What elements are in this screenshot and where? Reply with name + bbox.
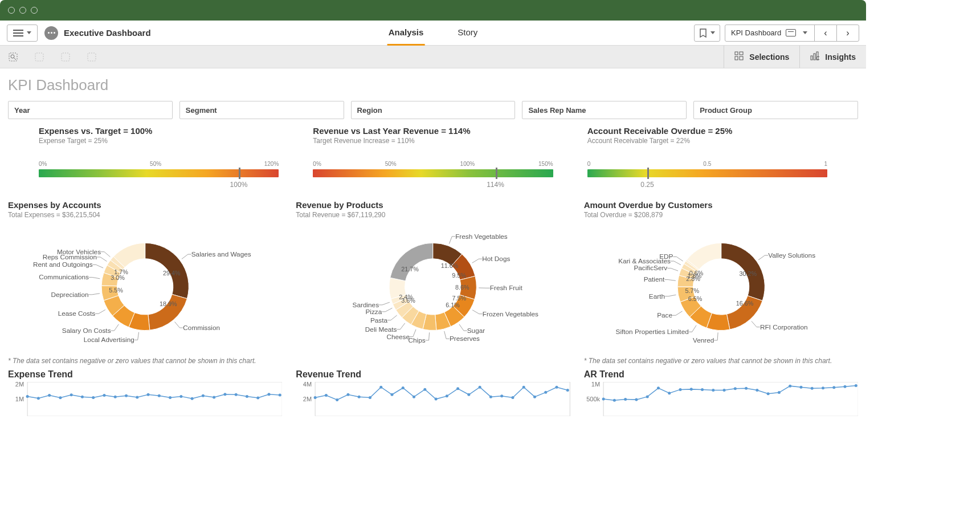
- insights-button[interactable]: Insights: [799, 46, 866, 68]
- tab-analysis[interactable]: Analysis: [387, 21, 425, 46]
- kpi-gauge[interactable]: Revenue vs Last Year Revenue = 114%Targe…: [313, 126, 553, 189]
- label-leader: [688, 325, 696, 332]
- slice-pct: 6.5%: [688, 295, 702, 302]
- filter-product-group[interactable]: Product Group: [693, 101, 858, 119]
- label-leader: [672, 311, 683, 315]
- slice-label: Salary On Costs: [62, 327, 111, 334]
- svg-point-88: [789, 385, 791, 388]
- svg-point-23: [92, 396, 95, 399]
- donut-slice[interactable]: [148, 294, 187, 330]
- app-icon: [44, 26, 58, 40]
- svg-point-46: [336, 398, 338, 401]
- svg-point-57: [456, 387, 459, 390]
- next-sheet-button[interactable]: ›: [836, 25, 859, 42]
- svg-point-85: [756, 389, 758, 392]
- svg-point-52: [402, 386, 405, 389]
- donut-panel[interactable]: Amount Overdue by CustomersTotal Overdue…: [584, 200, 858, 365]
- prev-sheet-button[interactable]: ‹: [814, 25, 837, 42]
- svg-point-63: [522, 386, 525, 389]
- kpi-scale: 0%50%100%150%: [313, 161, 553, 167]
- svg-point-64: [533, 396, 536, 398]
- slice-label: Earth: [649, 292, 665, 300]
- trend-panel[interactable]: Revenue Trend4M2M: [296, 369, 570, 418]
- svg-point-18: [37, 397, 40, 400]
- svg-point-53: [413, 396, 415, 398]
- svg-point-34: [213, 396, 215, 398]
- svg-rect-7: [740, 52, 743, 55]
- svg-text:2M: 2M: [303, 396, 312, 402]
- svg-point-75: [646, 395, 648, 398]
- donut-panel[interactable]: Revenue by ProductsTotal Revenue = $67,1…: [296, 200, 570, 365]
- svg-point-93: [843, 385, 846, 388]
- chevron-down-icon: [803, 31, 807, 34]
- svg-point-81: [712, 389, 714, 392]
- slice-pct: 2.4%: [399, 294, 414, 300]
- label-leader: [379, 302, 390, 305]
- donut-note: * The data set contains negative or zero…: [8, 357, 282, 365]
- donut-subtitle: Total Revenue = $67,119,290: [296, 211, 570, 219]
- selections-tool-button[interactable]: Selections: [724, 46, 799, 68]
- svg-point-30: [169, 396, 172, 399]
- filter-sales-rep-name[interactable]: Sales Rep Name: [522, 101, 687, 119]
- svg-point-66: [556, 386, 558, 389]
- filter-region[interactable]: Region: [351, 101, 516, 119]
- trend-panel[interactable]: AR Trend1M500k: [584, 369, 858, 418]
- svg-point-48: [358, 396, 361, 398]
- kpi-title: Revenue vs Last Year Revenue = 114%: [313, 126, 553, 136]
- label-leader: [450, 237, 456, 244]
- selections-label: Selections: [749, 52, 789, 62]
- smart-search-icon: [8, 52, 18, 62]
- nav-menu-button[interactable]: [7, 25, 38, 42]
- kpi-gauge[interactable]: Account Receivable Overdue = 25%Account …: [587, 126, 827, 189]
- label-leader: [758, 255, 768, 260]
- label-leader: [444, 331, 450, 339]
- window-zoom-icon[interactable]: [31, 7, 38, 14]
- kpi-scale: 00.51: [587, 161, 827, 167]
- sheet-selector-label: KPI Dashboard: [731, 29, 781, 37]
- kpi-gauge[interactable]: Expenses vs. Target = 100%Expense Target…: [39, 126, 279, 189]
- svg-point-40: [279, 393, 281, 396]
- svg-rect-11: [814, 54, 815, 60]
- svg-point-50: [380, 386, 383, 389]
- slice-label: Motor Vehicles: [57, 248, 101, 255]
- svg-text:1M: 1M: [15, 396, 24, 402]
- svg-point-91: [822, 386, 824, 389]
- donut-slice[interactable]: [390, 243, 433, 281]
- donut-title: Expenses by Accounts: [8, 200, 282, 210]
- trend-chart: 2M1M: [8, 382, 282, 418]
- donut-panel[interactable]: Expenses by AccountsTotal Expenses = $36…: [8, 200, 282, 365]
- filter-year[interactable]: Year: [8, 101, 173, 119]
- donut-chart: Fresh Vegetables11.6%Hot Dogs9.5%Fresh F…: [296, 222, 570, 353]
- svg-point-36: [235, 393, 238, 396]
- svg-point-74: [635, 398, 638, 401]
- svg-rect-5: [88, 53, 96, 61]
- insights-label: Insights: [825, 52, 856, 62]
- kpi-row: Expenses vs. Target = 100%Expense Target…: [8, 126, 858, 189]
- window-minimize-icon[interactable]: [19, 7, 26, 14]
- svg-point-39: [268, 393, 271, 396]
- tab-story[interactable]: Story: [456, 21, 479, 46]
- hamburger-icon: [13, 30, 23, 36]
- label-leader: [673, 257, 683, 261]
- bookmark-button[interactable]: [694, 25, 720, 42]
- slice-pct: 9.5%: [452, 272, 467, 279]
- slice-label: Patient: [643, 275, 664, 283]
- smart-search-button[interactable]: [0, 46, 26, 68]
- svg-point-92: [832, 386, 835, 389]
- trend-title: Expense Trend: [8, 369, 282, 380]
- slice-label: Communications: [39, 273, 89, 280]
- svg-rect-14: [27, 382, 282, 416]
- step-forward-icon: [60, 52, 71, 62]
- filter-segment[interactable]: Segment: [179, 101, 344, 119]
- svg-point-90: [810, 387, 813, 390]
- label-leader: [88, 294, 99, 295]
- svg-point-59: [479, 386, 481, 389]
- kpi-needle: [647, 168, 649, 179]
- svg-point-35: [223, 393, 226, 396]
- trend-panel[interactable]: Expense Trend2M1M: [8, 369, 282, 418]
- window-close-icon[interactable]: [8, 7, 15, 14]
- donut-subtitle: Total Overdue = $208,879: [584, 211, 858, 219]
- svg-point-54: [424, 388, 427, 391]
- sheet-selector[interactable]: KPI Dashboard: [725, 25, 815, 42]
- kpi-scale: 0%50%120%: [39, 161, 279, 167]
